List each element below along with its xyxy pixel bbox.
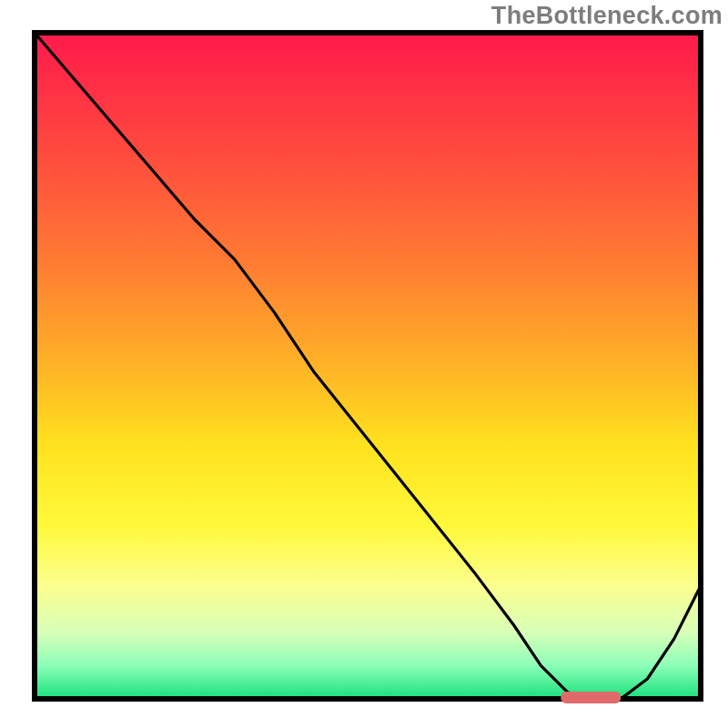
watermark-label: TheBottleneck.com xyxy=(491,2,723,30)
optimal-range-marker xyxy=(561,692,621,703)
bottleneck-chart xyxy=(0,0,728,728)
chart-stage: TheBottleneck.com xyxy=(0,0,728,728)
plot-area xyxy=(35,33,701,699)
